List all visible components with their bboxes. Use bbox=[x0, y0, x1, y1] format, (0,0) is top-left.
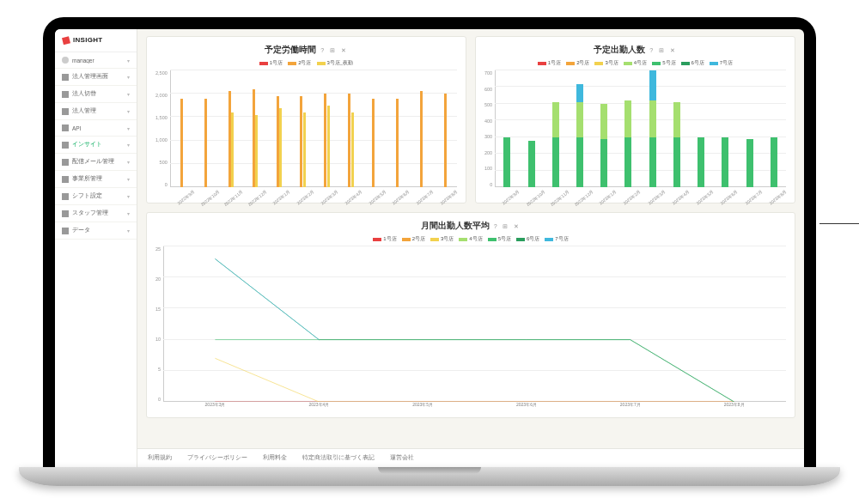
legend-item[interactable]: 5号店 bbox=[488, 235, 511, 243]
nav-label: 法人管理画面 bbox=[72, 73, 127, 81]
expand-icon[interactable]: ⊞ bbox=[503, 223, 508, 229]
nav-label: データ bbox=[72, 227, 127, 234]
nav-icon bbox=[62, 142, 69, 149]
footer-link[interactable]: 特定商法取引に基づく表記 bbox=[302, 454, 375, 462]
plot-average: 2520151050 2023年3月2023年4月2023年5月2023年6月2… bbox=[155, 246, 786, 412]
footer-link[interactable]: 利用料金 bbox=[263, 454, 287, 462]
footer-link[interactable]: 利用規約 bbox=[148, 454, 172, 462]
close-icon[interactable]: ✕ bbox=[514, 223, 519, 229]
nav-icon bbox=[62, 193, 69, 200]
plot-headcount: 7006005004003002001000 2022年9月2022年10月20… bbox=[484, 70, 786, 197]
expand-icon[interactable]: ⊞ bbox=[330, 47, 335, 53]
legend-item[interactable]: 2号店 bbox=[566, 59, 589, 67]
sidebar-item[interactable]: シフト設定▾ bbox=[55, 188, 137, 205]
legend-item[interactable]: 2号店 bbox=[288, 59, 311, 67]
chevron-down-icon: ▾ bbox=[127, 228, 130, 234]
nav-label: シフト設定 bbox=[72, 192, 127, 200]
legend-item[interactable]: 1号店 bbox=[259, 59, 283, 67]
legend-item[interactable]: 2号店 bbox=[402, 235, 425, 243]
nav-icon bbox=[62, 91, 69, 98]
nav-label: インサイト bbox=[72, 141, 127, 149]
logo: INSIGHT bbox=[55, 29, 137, 52]
chevron-down-icon: ▾ bbox=[127, 159, 130, 165]
legend-item[interactable]: 6号店 bbox=[516, 235, 539, 243]
legend-hours: 1号店2号店3号店_夜勤 bbox=[155, 59, 457, 67]
sidebar-item[interactable]: 法人切替▾ bbox=[55, 86, 137, 103]
sidebar-item[interactable]: データ▾ bbox=[55, 222, 137, 240]
sidebar-item[interactable]: インサイト▾ bbox=[55, 137, 137, 154]
legend-item[interactable]: 4号店 bbox=[624, 59, 647, 67]
sidebar-item[interactable]: 法人管理▾ bbox=[55, 103, 137, 120]
sidebar-item[interactable]: 法人管理画面▾ bbox=[55, 69, 137, 86]
user-menu[interactable]: manager ▾ bbox=[55, 52, 137, 69]
chevron-down-icon: ▾ bbox=[127, 193, 130, 199]
legend-item[interactable]: 4号店 bbox=[459, 235, 482, 243]
sidebar-item[interactable]: 配信メール管理▾ bbox=[55, 154, 137, 171]
legend-average: 1号店2号店3号店4号店5号店6号店7号店 bbox=[155, 235, 786, 243]
close-icon[interactable]: ✕ bbox=[341, 47, 346, 53]
chevron-down-icon: ▾ bbox=[127, 142, 130, 148]
logo-mark bbox=[62, 36, 70, 45]
sidebar-item[interactable]: スタッフ管理▾ bbox=[55, 205, 137, 222]
user-label: manager bbox=[72, 58, 127, 64]
footer: 利用規約 プライバシーポリシー 利用料金 特定商法取引に基づく表記 運営会社 bbox=[137, 448, 804, 467]
logo-text: INSIGHT bbox=[73, 36, 103, 44]
plot-hours: 2,5002,0001,5001,0005000 2022年9月2022年10月… bbox=[155, 70, 457, 197]
legend-item[interactable]: 3号店 bbox=[430, 235, 454, 243]
nav-label: 法人切替 bbox=[72, 90, 127, 98]
help-icon[interactable]: ? bbox=[320, 47, 324, 53]
legend-item[interactable]: 6号店 bbox=[681, 59, 704, 67]
nav-label: 配信メール管理 bbox=[72, 158, 127, 166]
footer-link[interactable]: 運営会社 bbox=[390, 454, 414, 462]
chart-title-average: 月間出勤人数平均 ? ⊞ ✕ bbox=[155, 220, 786, 232]
legend-item[interactable]: 3号店_夜勤 bbox=[317, 59, 354, 67]
card-headcount: 予定出勤人数 ? ⊞ ✕ 1号店2号店3号店4号店5号店6号店7号店 70060… bbox=[475, 36, 795, 203]
nav-icon bbox=[62, 228, 69, 234]
footer-link[interactable]: プライバシーポリシー bbox=[187, 454, 247, 462]
legend-item[interactable]: 1号店 bbox=[373, 235, 396, 243]
chevron-down-icon: ▾ bbox=[127, 58, 130, 64]
help-icon[interactable]: ? bbox=[494, 223, 497, 229]
card-hours: 予定労働時間 ? ⊞ ✕ 1号店2号店3号店_夜勤 2,5002,0001,50… bbox=[146, 36, 466, 203]
main-content: 予定労働時間 ? ⊞ ✕ 1号店2号店3号店_夜勤 2,5002,0001,50… bbox=[137, 29, 804, 467]
chevron-down-icon: ▾ bbox=[127, 125, 130, 131]
sidebar: INSIGHT manager ▾ 法人管理画面▾法人切替▾法人管理▾API▾イ… bbox=[55, 29, 137, 467]
nav-label: API bbox=[72, 125, 127, 131]
close-icon[interactable]: ✕ bbox=[670, 47, 675, 53]
nav-icon bbox=[62, 159, 69, 166]
expand-icon[interactable]: ⊞ bbox=[659, 47, 664, 53]
legend-headcount: 1号店2号店3号店4号店5号店6号店7号店 bbox=[484, 59, 786, 67]
nav-icon bbox=[62, 74, 69, 81]
legend-item[interactable]: 5号店 bbox=[652, 59, 675, 67]
sidebar-item[interactable]: API▾ bbox=[55, 120, 137, 137]
nav-icon bbox=[62, 210, 69, 217]
nav-icon bbox=[62, 176, 69, 183]
card-average: 月間出勤人数平均 ? ⊞ ✕ 1号店2号店3号店4号店5号店6号店7号店 252… bbox=[146, 212, 795, 418]
sidebar-item[interactable]: 事業所管理▾ bbox=[55, 171, 137, 188]
nav-icon bbox=[62, 124, 69, 131]
chevron-down-icon: ▾ bbox=[127, 108, 130, 114]
chevron-down-icon: ▾ bbox=[127, 74, 130, 80]
nav-label: スタッフ管理 bbox=[72, 209, 127, 217]
legend-item[interactable]: 7号店 bbox=[545, 235, 568, 243]
chevron-down-icon: ▾ bbox=[127, 91, 130, 97]
chevron-down-icon: ▾ bbox=[127, 176, 130, 182]
legend-item[interactable]: 1号店 bbox=[538, 59, 561, 67]
chart-title-hours: 予定労働時間 ? ⊞ ✕ bbox=[155, 44, 457, 56]
chevron-down-icon: ▾ bbox=[127, 210, 130, 216]
nav-icon bbox=[62, 108, 69, 115]
legend-item[interactable]: 7号店 bbox=[710, 59, 733, 67]
help-icon[interactable]: ? bbox=[649, 47, 653, 53]
nav-label: 事業所管理 bbox=[72, 175, 127, 183]
nav-label: 法人管理 bbox=[72, 107, 127, 115]
avatar-icon bbox=[62, 57, 69, 64]
legend-item[interactable]: 3号店 bbox=[594, 59, 618, 67]
chart-title-headcount: 予定出勤人数 ? ⊞ ✕ bbox=[484, 44, 786, 56]
